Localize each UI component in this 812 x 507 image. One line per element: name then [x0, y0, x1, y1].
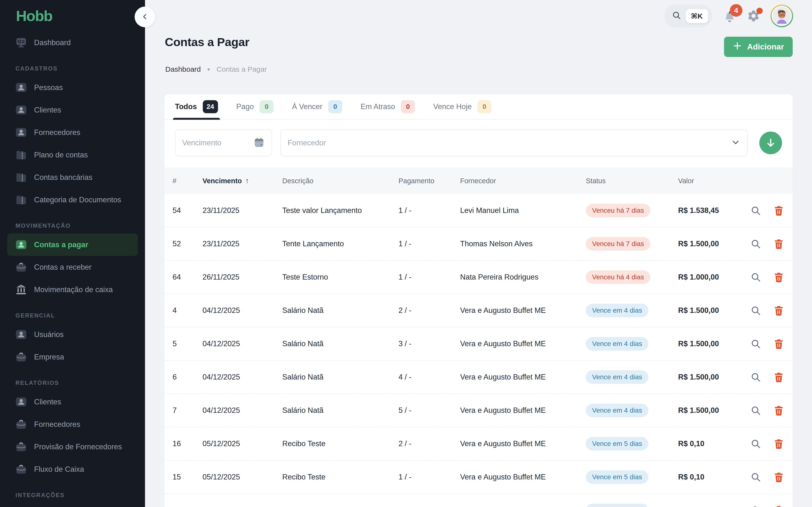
sidebar-item-plano-de-contas[interactable]: Plano de contas	[0, 144, 145, 166]
sidebar-section-integracoes[interactable]: INTEGRAÇÕES	[0, 481, 145, 503]
cell-payment: 1 / -	[399, 273, 460, 282]
search-icon	[750, 338, 761, 350]
sidebar-item-clientes-relatorio[interactable]: Clientes	[0, 391, 145, 413]
sidebar-item-contas-bancarias[interactable]: Contas bancárias	[0, 166, 145, 188]
briefcase-icon	[15, 262, 27, 273]
column-header-num: #	[172, 177, 203, 185]
sidebar-item-label: Fornecedores	[34, 420, 80, 429]
export-button[interactable]	[759, 131, 782, 154]
cell-due-date: 26/11/2025	[203, 273, 282, 282]
view-row-button[interactable]	[750, 205, 761, 216]
view-row-button[interactable]	[750, 338, 761, 350]
briefcase-icon	[15, 463, 27, 475]
user-avatar[interactable]	[770, 5, 793, 27]
view-row-button[interactable]	[750, 471, 761, 483]
status-badge: Venceu há 4 dias	[586, 270, 650, 284]
search-icon	[750, 272, 761, 283]
breadcrumb-home[interactable]: Dashboard	[165, 65, 201, 73]
view-row-button[interactable]	[750, 505, 761, 507]
sidebar-item-fluxo-de-caixa[interactable]: Fluxo de Caixa	[0, 458, 145, 481]
sidebar-section-gerencial[interactable]: GERENCIAL	[0, 301, 145, 323]
sidebar-item-label: CADASTROS	[15, 65, 58, 72]
delete-row-button[interactable]	[773, 338, 784, 350]
sidebar-item-contas-a-receber[interactable]: Contas a receber	[0, 256, 145, 278]
due-date-filter-input[interactable]	[182, 138, 248, 147]
person-icon	[15, 239, 27, 250]
tab-a-vencer[interactable]: Á Vencer 0	[292, 94, 342, 119]
view-row-button[interactable]	[750, 372, 761, 383]
tab-pago[interactable]: Pago 0	[236, 94, 273, 119]
add-button[interactable]: Adicionar	[724, 37, 793, 57]
cell-value: R$ 1.500,00	[678, 306, 742, 315]
sidebar-item-movimentacao-de-caixa[interactable]: Movimentação de caixa	[0, 278, 145, 301]
tab-em-atraso[interactable]: Em Atraso 0	[361, 94, 415, 119]
delete-row-button[interactable]	[773, 305, 784, 316]
notifications-button[interactable]: 4	[723, 9, 737, 23]
sidebar-item-label: Usuários	[34, 330, 63, 339]
sidebar-item-fornecedores[interactable]: Fornecedores	[0, 121, 145, 144]
status-badge: Vence em 4 dias	[586, 337, 648, 350]
sidebar-item-empresa[interactable]: Empresa	[0, 346, 145, 368]
delete-row-button[interactable]	[773, 505, 784, 507]
sidebar-item-dashboard[interactable]: Dashboard	[0, 32, 145, 54]
cell-due-date: 23/11/2025	[203, 206, 282, 215]
sidebar-item-clientes[interactable]: Clientes	[0, 99, 145, 121]
view-row-button[interactable]	[750, 405, 761, 416]
supplier-filter[interactable]	[280, 129, 748, 157]
due-date-filter[interactable]	[175, 129, 272, 157]
sidebar-item-provisao-de-fornecedores[interactable]: Provisão de Fornecedores	[0, 436, 145, 458]
sidebar-collapse-button[interactable]	[135, 6, 155, 27]
sidebar-item-contas-a-pagar[interactable]: Contas a pagar	[7, 233, 138, 256]
cell-supplier: Vera e Augusto Buffet ME	[460, 306, 586, 315]
cell-payment: 1 / -	[399, 473, 460, 482]
global-search[interactable]: ⌘K	[664, 4, 713, 27]
delete-row-button[interactable]	[773, 372, 784, 383]
delete-row-button[interactable]	[773, 272, 784, 283]
cell-payment: 4 / -	[399, 373, 460, 382]
sidebar-section-relatorios[interactable]: RELATÓRIOS	[0, 368, 145, 391]
table-row: 4 04/12/2025 Salário Natã 2 / - Vera e A…	[164, 294, 793, 327]
sidebar-item-pessoas[interactable]: Pessoas	[0, 76, 145, 99]
view-row-button[interactable]	[750, 305, 761, 316]
view-row-button[interactable]	[750, 438, 761, 450]
table-row: 7 04/12/2025 Salário Natã 5 / - Vera e A…	[164, 394, 793, 427]
briefcase-icon	[15, 351, 27, 362]
cell-payment: 1 / -	[399, 206, 460, 215]
cell-status: Venceu há 7 dias	[586, 237, 678, 250]
status-badge: Vence em 4 dias	[586, 404, 648, 417]
sidebar-section-movimentacao[interactable]: MOVIMENTAÇÃO	[0, 211, 145, 233]
settings-button[interactable]	[747, 9, 760, 23]
cell-value: R$ 0,10	[678, 506, 742, 507]
column-header-vencimento[interactable]: Vencimento ↑	[203, 176, 282, 185]
cell-payment: 1 / -	[399, 239, 460, 248]
table-header: # Vencimento ↑ Descrição Pagamento Forne…	[164, 168, 793, 194]
tab-vence-hoje[interactable]: Vence Hoje 0	[433, 94, 492, 119]
plus-icon	[733, 41, 742, 52]
cell-actions	[742, 238, 784, 249]
status-badge: Vence em 4 dias	[586, 370, 648, 384]
person-icon	[15, 329, 27, 340]
cell-due-date: 04/12/2025	[203, 306, 282, 315]
avatar-image	[772, 6, 792, 26]
sidebar-item-fornecedores-relatorio[interactable]: Fornecedores	[0, 413, 145, 436]
delete-row-button[interactable]	[773, 405, 784, 416]
column-header-descricao: Descrição	[282, 177, 399, 185]
table-row: 54 23/11/2025 Teste valor Lançamento 1 /…	[164, 194, 793, 227]
filters-row	[164, 120, 793, 157]
delete-row-button[interactable]	[773, 205, 784, 216]
chevron-down-icon	[731, 137, 741, 148]
view-row-button[interactable]	[750, 238, 761, 249]
delete-row-button[interactable]	[773, 238, 784, 249]
sidebar-item-categoria-de-documentos[interactable]: Categoria de Documentos	[0, 188, 145, 211]
table-row: 15 05/12/2025 Recibo Teste 1 / - Vera e …	[164, 461, 793, 494]
tab-todos[interactable]: Todos 24	[175, 94, 218, 119]
view-row-button[interactable]	[750, 272, 761, 283]
cell-actions	[742, 205, 784, 216]
payables-table: # Vencimento ↑ Descrição Pagamento Forne…	[164, 168, 793, 507]
sidebar-section-cadastros[interactable]: CADASTROS	[0, 54, 145, 76]
sidebar-item-usuarios[interactable]: Usuários	[0, 323, 145, 346]
supplier-filter-input[interactable]	[288, 138, 731, 147]
person-icon	[15, 104, 27, 116]
delete-row-button[interactable]	[773, 471, 784, 483]
delete-row-button[interactable]	[773, 438, 784, 450]
